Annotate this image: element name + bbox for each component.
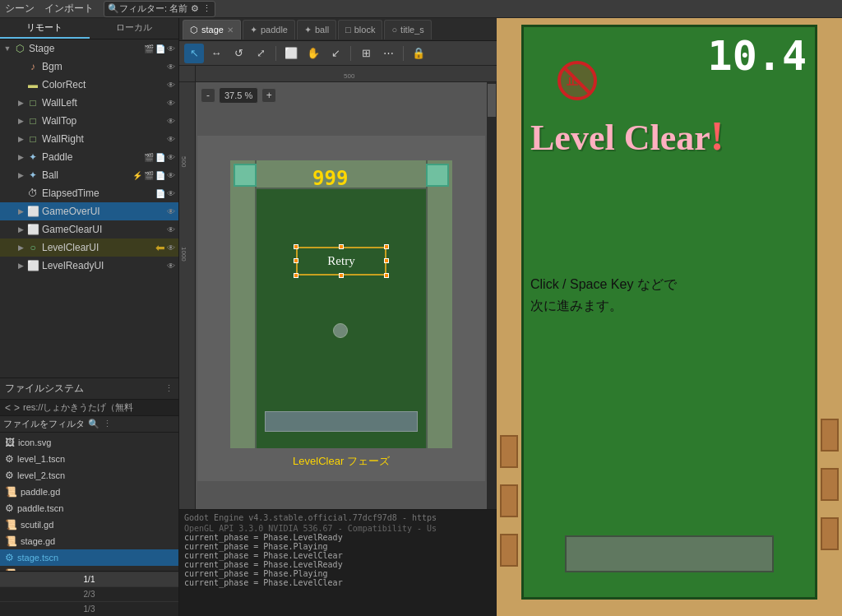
game-area: 999 Retry (230, 160, 452, 448)
fs-icon-paddletscn: ⚙ (5, 503, 14, 514)
tree-item-ball[interactable]: ▶ ✦ Ball ⚡ 🎬 📄 👁 (0, 166, 178, 184)
zoom-plus-btn[interactable]: + (261, 88, 276, 103)
tab-stage[interactable]: ⬡ stage ✕ (183, 20, 241, 39)
label-gameoverui: GameOverUI (42, 206, 167, 217)
levelclearui-eye-icon[interactable]: 👁 (167, 243, 175, 252)
instruction-line1: Click / Space Key などで (530, 274, 808, 295)
fs-path-next[interactable]: > (14, 402, 20, 414)
fs-file-level1[interactable]: ⚙ level_1.tscn (0, 451, 178, 467)
svg-text:止: 止 (567, 74, 579, 87)
fs-filename-scutil: scutil.gd (21, 520, 53, 530)
tab-local[interactable]: ローカル (90, 18, 179, 39)
arrow-bgm: ▶ (15, 63, 26, 71)
tool-rotate[interactable]: ↺ (229, 44, 248, 63)
zoom-minus-btn[interactable]: - (201, 88, 215, 103)
tool-select[interactable]: ↖ (184, 44, 204, 63)
tool-snap[interactable]: ⋯ (378, 44, 398, 63)
tool-rect[interactable]: ⬜ (281, 44, 301, 63)
tab-block[interactable]: □ block (338, 20, 382, 39)
stage-eye-icon[interactable]: 👁 (167, 44, 175, 53)
label-stage: Stage (29, 43, 144, 54)
colorrect-eye-icon[interactable]: 👁 (167, 81, 175, 90)
page-1-3[interactable]: 1/3 (0, 601, 178, 616)
tree-item-gameclearui[interactable]: ▶ ⬜ GameClearUI 👁 (0, 220, 178, 239)
fs-search-icon[interactable]: 🔍 (88, 419, 99, 429)
tree-item-paddle[interactable]: ▶ ✦ Paddle 🎬 📄 👁 (0, 148, 178, 166)
fs-filter-title: ファイルをフィルタ (3, 418, 85, 430)
tree-item-levelclearui[interactable]: ▶ ○ LevelClearUI ⬅ 👁 (0, 239, 178, 257)
tool-lock[interactable]: 🔒 (409, 44, 428, 63)
game-right-view: 10.4 止 Level Clear! C (497, 18, 842, 616)
sandy-border-left (497, 18, 521, 616)
fs-icon-stagegd: 📜 (5, 535, 17, 547)
tree-item-wallright[interactable]: ▶ □ WallRight 👁 (0, 130, 178, 148)
page-1-1[interactable]: 1/1 (0, 572, 178, 586)
retry-button-container: Retry (296, 247, 386, 276)
ball-script-icon: 📄 (155, 171, 165, 180)
ball-signal-icon: ⚡ (132, 171, 142, 180)
tree-item-colorrect[interactable]: ▶ ▬ ColorRect 👁 (0, 76, 178, 94)
wallright-eye-icon[interactable]: 👁 (167, 135, 175, 144)
et-eye-icon[interactable]: 👁 (167, 189, 175, 198)
fs-file-icon-svg[interactable]: 🖼 icon.svg (0, 434, 178, 451)
scrollbar-thumb[interactable] (488, 84, 496, 117)
gameclearui-eye-icon[interactable]: 👁 (167, 225, 175, 234)
filter-menu-icon[interactable]: ⋮ (202, 3, 211, 14)
tab-ball-icon: ✦ (304, 25, 312, 35)
label-colorrect: ColorRect (42, 79, 167, 90)
tab-ball[interactable]: ✦ ball (297, 20, 336, 39)
page-2-3[interactable]: 2/3 (0, 586, 178, 601)
gameoverui-eye-icon[interactable]: 👁 (167, 207, 175, 216)
fs-title: ファイルシステム (5, 382, 84, 396)
tree-item-gameoverui[interactable]: ▶ ⬜ GameOverUI 👁 (0, 202, 178, 220)
ruler-500-mark: 500 (344, 72, 354, 80)
walltop-eye-icon[interactable]: 👁 (167, 117, 175, 126)
menu-scene[interactable]: シーン (5, 2, 35, 16)
menu-import[interactable]: インポート (44, 2, 94, 16)
tree-item-walltop[interactable]: ▶ □ WallTop 👁 (0, 112, 178, 130)
bgm-eye-icon[interactable]: 👁 (167, 63, 175, 72)
fs-file-stagegd[interactable]: 📜 stage.gd (0, 533, 178, 549)
viewport-content[interactable]: - 37.5 % + (196, 82, 487, 509)
tree-item-wallleft[interactable]: ▶ □ WallLeft 👁 (0, 94, 178, 112)
fs-file-level2[interactable]: ⚙ level_2.tscn (0, 467, 178, 484)
retry-game-button[interactable]: Retry (296, 247, 386, 276)
fs-pagination: 1/1 2/3 1/3 (0, 571, 178, 616)
stage-anim-icon: 🎬 (144, 44, 154, 53)
handle-tl (294, 244, 298, 249)
fs-filename-level1: level_1.tscn (17, 454, 65, 464)
tab-block-label: block (354, 25, 376, 35)
handle-br (384, 273, 389, 278)
tree-item-stage[interactable]: ▼ ⬡ Stage 🎬 📄 👁 (0, 39, 178, 58)
icon-walltop: □ (26, 114, 39, 127)
viewport-area[interactable]: 500 500 1000 - 37.5 % + (179, 66, 497, 509)
fs-file-stagetscn[interactable]: ⚙ stage.tscn (0, 549, 178, 566)
tab-title-s[interactable]: ○ title_s (384, 20, 431, 39)
levelreadyui-eye-icon[interactable]: 👁 (167, 262, 175, 271)
fs-path-prev[interactable]: < (5, 402, 11, 414)
tab-paddle[interactable]: ✦ paddle (243, 20, 295, 39)
zoom-controls: - 37.5 % + (201, 87, 276, 104)
ball-eye-icon[interactable]: 👁 (167, 171, 175, 180)
label-levelreadyui: LevelReadyUI (42, 260, 167, 271)
fs-filter-menu-icon[interactable]: ⋮ (103, 419, 112, 429)
scrollbar-vertical[interactable] (487, 82, 497, 509)
fs-file-scutil[interactable]: 📜 scutil.gd (0, 516, 178, 533)
tree-item-levelreadyui[interactable]: ▶ ⬜ LevelReadyUI 👁 (0, 257, 178, 275)
wallleft-eye-icon[interactable]: 👁 (167, 99, 175, 108)
tool-zoom[interactable]: ↙ (326, 44, 345, 63)
level-clear-exclaim: ! (710, 113, 724, 159)
tab-stage-close[interactable]: ✕ (227, 25, 234, 35)
tool-scale[interactable]: ⤢ (251, 44, 271, 63)
fs-menu-icon[interactable]: ⋮ (164, 383, 173, 394)
tool-move[interactable]: ↔ (206, 44, 226, 63)
paddle-eye-icon[interactable]: 👁 (167, 153, 175, 162)
tree-item-bgm[interactable]: ▶ ♪ Bgm 👁 (0, 58, 178, 76)
tree-item-elapsedtime[interactable]: ▶ ⏱ ElapsedTime 📄 👁 (0, 184, 178, 202)
tool-grid[interactable]: ⊞ (356, 44, 376, 63)
fs-file-paddlegd[interactable]: 📜 paddle.gd (0, 484, 178, 500)
fs-file-paddletscn[interactable]: ⚙ paddle.tscn (0, 500, 178, 516)
tool-pan[interactable]: ✋ (303, 44, 323, 63)
tab-remote[interactable]: リモート (0, 18, 90, 39)
scene-tree: ▼ ⬡ Stage 🎬 📄 👁 ▶ ♪ Bgm 👁 (0, 39, 178, 377)
